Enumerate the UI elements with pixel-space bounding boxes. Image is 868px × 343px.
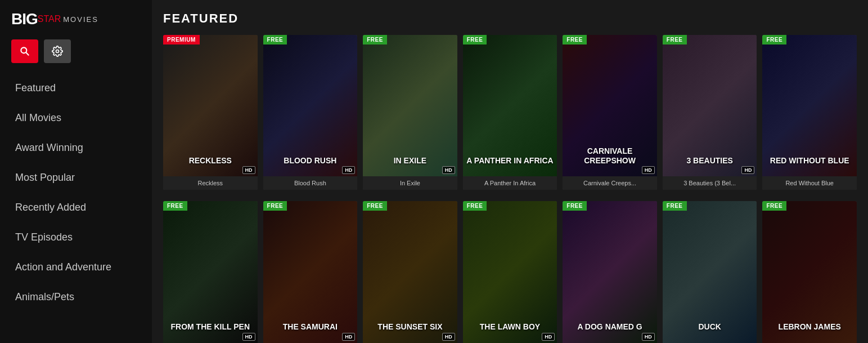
- movie-card-duck[interactable]: FREE DUCK Duck: [663, 201, 757, 343]
- movie-card-lebron[interactable]: FREE LEBRON JAMES Lebron James: K...: [762, 201, 857, 343]
- movie-badge-in-exile: FREE: [363, 35, 387, 44]
- hd-badge: HD: [442, 333, 455, 341]
- movie-poster-carnivale: FREE CARNIVALE CREEPSHOW HD: [563, 35, 657, 176]
- movie-poster-text-samurai: THE SAMURAI: [263, 322, 358, 332]
- logo-movies: MOVIES: [63, 15, 98, 24]
- logo-star: STAR: [38, 14, 61, 24]
- movie-card-red-blue[interactable]: FREE RED WITHOUT BLUE Red Without Blue: [762, 35, 857, 190]
- movie-poster-text-reckless: RECKLESS: [163, 156, 258, 166]
- movie-poster-text-lebron: LEBRON JAMES: [762, 322, 857, 332]
- movie-card-lawn-boy[interactable]: FREE THE LAWN BOY HD The Lawn Boy: [463, 201, 557, 343]
- movie-title-reckless: Reckless: [163, 176, 258, 190]
- movie-badge-duck: FREE: [663, 201, 687, 211]
- sidebar: BIGSTAR MOVIES Featured All Movies Award…: [0, 0, 152, 343]
- movie-poster-reckless: PREMIUM RECKLESS HD: [163, 35, 258, 176]
- hd-badge: HD: [642, 166, 655, 174]
- movie-card-samurai[interactable]: FREE THE SAMURAI HD The Samurai (De...: [263, 201, 358, 343]
- movie-poster-dog: FREE A DOG NAMED G HD: [563, 201, 657, 342]
- search-button[interactable]: [11, 39, 38, 63]
- hd-badge: HD: [542, 333, 555, 341]
- settings-button[interactable]: [44, 39, 71, 63]
- movie-poster-text-carnivale: CARNIVALE CREEPSHOW: [563, 146, 657, 166]
- hd-badge: HD: [442, 166, 455, 174]
- movie-title-panther: A Panther In Africa: [463, 176, 557, 190]
- movie-title-3beauties: 3 Beauties (3 Bel...: [663, 176, 757, 190]
- movie-badge-kill-pen: FREE: [163, 201, 187, 211]
- row2-grid: FREE FROM THE KILL PEN HD From the Kill …: [163, 201, 857, 343]
- sidebar-item-tv-episodes[interactable]: TV Episodes: [0, 222, 152, 252]
- movie-card-dog[interactable]: FREE A DOG NAMED G HD A Dog Named G...: [563, 201, 657, 343]
- movie-title-carnivale: Carnivale Creeps...: [563, 176, 657, 190]
- hd-badge: HD: [242, 166, 255, 174]
- movie-card-3beauties[interactable]: FREE 3 BEAUTIES HD 3 Beauties (3 Bel...: [663, 35, 757, 190]
- movie-card-kill-pen[interactable]: FREE FROM THE KILL PEN HD From the Kill …: [163, 201, 258, 343]
- movie-poster-text-3beauties: 3 BEAUTIES: [663, 156, 757, 166]
- featured-section-title: FEATURED: [163, 11, 857, 26]
- hd-badge: HD: [342, 333, 355, 341]
- movie-badge-lebron: FREE: [762, 201, 786, 211]
- sidebar-controls: [0, 36, 152, 73]
- movie-poster-3beauties: FREE 3 BEAUTIES HD: [663, 35, 757, 176]
- sidebar-nav: Featured All Movies Award Winning Most P…: [0, 73, 152, 312]
- sidebar-item-animals-pets[interactable]: Animals/Pets: [0, 282, 152, 312]
- sidebar-item-recently-added[interactable]: Recently Added: [0, 193, 152, 222]
- movie-poster-samurai: FREE THE SAMURAI HD: [263, 201, 358, 342]
- movie-badge-lawn-boy: FREE: [463, 201, 487, 211]
- gear-icon: [52, 46, 63, 57]
- movie-poster-text-dog: A DOG NAMED G: [563, 322, 657, 332]
- movie-poster-text-duck: DUCK: [663, 322, 757, 332]
- logo-big: BIG: [11, 10, 38, 28]
- movie-poster-blood-rush: FREE BLOOD RUSH HD: [263, 35, 358, 176]
- sidebar-item-award-winning[interactable]: Award Winning: [0, 133, 152, 163]
- movie-badge-red-blue: FREE: [762, 35, 786, 44]
- hd-badge: HD: [242, 333, 255, 341]
- movie-poster-text-in-exile: IN EXILE: [363, 156, 457, 166]
- movie-poster-text-sunset-six: THE SUNSET SIX: [363, 322, 457, 332]
- movie-poster-kill-pen: FREE FROM THE KILL PEN HD: [163, 201, 258, 342]
- svg-point-2: [56, 50, 59, 53]
- movie-badge-carnivale: FREE: [563, 35, 587, 44]
- movie-poster-lebron: FREE LEBRON JAMES: [762, 201, 857, 342]
- hd-badge: HD: [342, 166, 355, 174]
- movie-card-panther[interactable]: FREE A PANTHER IN AFRICA A Panther In Af…: [463, 35, 557, 190]
- movie-badge-samurai: FREE: [263, 201, 287, 211]
- movie-poster-text-panther: A PANTHER IN AFRICA: [463, 156, 557, 166]
- movie-poster-text-kill-pen: FROM THE KILL PEN: [163, 322, 258, 332]
- featured-grid: PREMIUM RECKLESS HD Reckless FREE BLOOD …: [163, 35, 857, 190]
- sidebar-item-all-movies[interactable]: All Movies: [0, 103, 152, 133]
- movie-poster-text-blood-rush: BLOOD RUSH: [263, 156, 358, 166]
- movie-poster-text-red-blue: RED WITHOUT BLUE: [762, 156, 857, 166]
- movie-poster-panther: FREE A PANTHER IN AFRICA: [463, 35, 557, 176]
- sidebar-item-action-adventure[interactable]: Action and Adventure: [0, 252, 152, 282]
- movie-card-carnivale[interactable]: FREE CARNIVALE CREEPSHOW HD Carnivale Cr…: [563, 35, 657, 190]
- movie-title-red-blue: Red Without Blue: [762, 176, 857, 190]
- movie-poster-in-exile: FREE IN EXILE HD: [363, 35, 457, 176]
- movie-badge-3beauties: FREE: [663, 35, 687, 44]
- movie-card-blood-rush[interactable]: FREE BLOOD RUSH HD Blood Rush: [263, 35, 358, 190]
- movie-card-sunset-six[interactable]: FREE THE SUNSET SIX HD The Sunset Six: [363, 201, 457, 343]
- movie-poster-text-lawn-boy: THE LAWN BOY: [463, 322, 557, 332]
- movie-title-in-exile: In Exile: [363, 176, 457, 190]
- hd-badge: HD: [741, 166, 754, 174]
- movie-badge-reckless: PREMIUM: [163, 35, 200, 44]
- movie-badge-panther: FREE: [463, 35, 487, 44]
- movie-poster-red-blue: FREE RED WITHOUT BLUE: [762, 35, 857, 176]
- search-icon: [19, 46, 30, 57]
- movie-poster-sunset-six: FREE THE SUNSET SIX HD: [363, 201, 457, 342]
- sidebar-item-featured[interactable]: Featured: [0, 73, 152, 103]
- main-content: FEATURED PREMIUM RECKLESS HD Reckless FR…: [152, 0, 868, 343]
- movie-title-blood-rush: Blood Rush: [263, 176, 358, 190]
- movie-card-reckless[interactable]: PREMIUM RECKLESS HD Reckless: [163, 35, 258, 190]
- movie-badge-blood-rush: FREE: [263, 35, 287, 44]
- movie-badge-dog: FREE: [563, 201, 587, 211]
- movie-card-in-exile[interactable]: FREE IN EXILE HD In Exile: [363, 35, 457, 190]
- movie-poster-duck: FREE DUCK: [663, 201, 757, 342]
- movie-badge-sunset-six: FREE: [363, 201, 387, 211]
- sidebar-item-most-popular[interactable]: Most Popular: [0, 163, 152, 193]
- logo: BIGSTAR MOVIES: [0, 0, 152, 36]
- movie-poster-lawn-boy: FREE THE LAWN BOY HD: [463, 201, 557, 342]
- hd-badge: HD: [642, 333, 655, 341]
- svg-line-1: [26, 52, 29, 55]
